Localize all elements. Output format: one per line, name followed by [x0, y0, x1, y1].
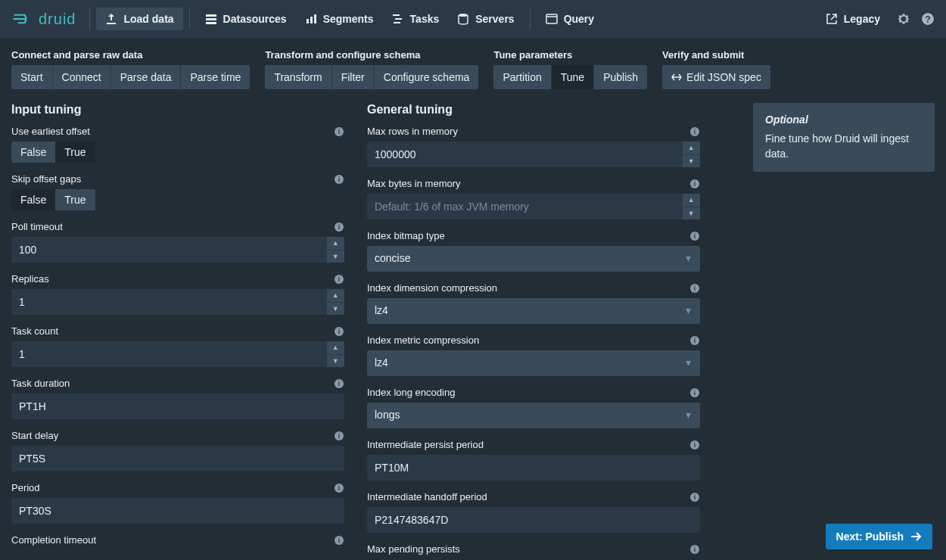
task-count-label: Task count [11, 325, 58, 337]
info-icon[interactable]: i [334, 274, 344, 285]
spinner-down[interactable]: ▼ [326, 303, 344, 316]
svg-text:i: i [338, 537, 341, 544]
spinner-up[interactable]: ▲ [682, 194, 700, 207]
max-pending-persists-label: Max pending persists [367, 543, 460, 555]
help-icon[interactable]: ? [921, 12, 935, 26]
tab-parse-data[interactable]: Parse data [110, 65, 181, 89]
spinner-up[interactable]: ▲ [326, 341, 344, 355]
general-tuning-title: General tuning [367, 103, 700, 117]
info-icon[interactable]: i [334, 174, 344, 185]
max-rows-in-memory-label: Max rows in memory [367, 126, 458, 137]
use-earliest-offset-true[interactable]: True [55, 142, 95, 163]
info-icon[interactable]: i [334, 483, 344, 493]
group-tune-label: Tune parameters [493, 49, 647, 61]
nav-datasources[interactable]: Datasources [196, 8, 296, 30]
multilayer-icon [205, 13, 217, 25]
info-panel: Optional Fine tune how Druid will ingest… [753, 103, 935, 172]
index-dimension-compression-select[interactable]: lz4 [367, 298, 700, 324]
info-icon[interactable]: i [689, 283, 700, 294]
upload-icon [105, 13, 117, 25]
svg-rect-3 [206, 22, 216, 24]
intermediate-persist-period-label: Intermediate persist period [367, 439, 484, 450]
spinner-up[interactable]: ▲ [682, 142, 700, 155]
poll-timeout-label: Poll timeout [11, 221, 63, 232]
info-icon[interactable]: i [334, 431, 344, 441]
task-duration-label: Task duration [11, 378, 70, 389]
nav-segments[interactable]: Segments [296, 8, 383, 30]
tab-publish[interactable]: Publish [593, 65, 647, 89]
index-bitmap-type-select[interactable]: concise [367, 246, 700, 272]
nav-query[interactable]: Query [537, 8, 603, 30]
navbar: druid Load data Datasources Segments Tas… [0, 0, 946, 38]
gear-icon[interactable] [897, 12, 910, 26]
info-icon[interactable]: i [334, 535, 344, 546]
svg-text:i: i [338, 275, 341, 283]
skip-offset-gaps-false[interactable]: False [11, 189, 55, 210]
spinner-up[interactable]: ▲ [326, 237, 344, 250]
spinner-down[interactable]: ▼ [682, 207, 700, 220]
max-rows-in-memory-input[interactable] [367, 142, 682, 167]
skip-offset-gaps-true[interactable]: True [55, 189, 95, 210]
arrow-right-icon [910, 530, 922, 543]
info-icon[interactable]: i [689, 126, 700, 137]
info-icon[interactable]: i [334, 222, 344, 232]
step-tabs: Connect and parse raw data Start Connect… [11, 49, 935, 89]
svg-text:i: i [694, 128, 696, 135]
general-tuning-column: General tuning Max rows in memory i ▲▼ M… [367, 103, 700, 560]
group-connect-label: Connect and parse raw data [11, 49, 250, 61]
nav-load-data[interactable]: Load data [96, 8, 182, 30]
spinner-down[interactable]: ▼ [682, 155, 700, 168]
task-count-input[interactable] [11, 341, 326, 367]
spinner-up[interactable]: ▲ [326, 289, 344, 303]
spinner-down[interactable]: ▼ [326, 355, 344, 368]
tab-connect[interactable]: Connect [52, 65, 110, 89]
info-icon[interactable]: i [689, 231, 700, 241]
svg-text:i: i [694, 441, 696, 449]
svg-rect-4 [307, 19, 309, 23]
tab-filter[interactable]: Filter [331, 65, 374, 89]
svg-text:i: i [694, 180, 696, 188]
nav-legacy[interactable]: Legacy [817, 8, 889, 30]
svg-text:i: i [338, 176, 341, 183]
application-icon [546, 13, 558, 25]
task-duration-input[interactable] [11, 394, 344, 419]
info-icon[interactable]: i [689, 544, 700, 555]
info-icon[interactable]: i [689, 492, 700, 502]
info-icon[interactable]: i [689, 335, 700, 346]
skip-offset-gaps-toggle: False True [11, 189, 95, 210]
period-input[interactable] [11, 498, 344, 524]
info-icon[interactable]: i [334, 326, 344, 337]
max-bytes-in-memory-input[interactable] [367, 194, 682, 219]
index-long-encoding-select[interactable]: longs [367, 403, 700, 428]
tab-partition[interactable]: Partition [493, 65, 550, 89]
stacked-chart-icon [305, 13, 317, 25]
tab-configure-schema[interactable]: Configure schema [374, 65, 479, 89]
svg-text:i: i [338, 484, 341, 492]
info-icon[interactable]: i [334, 378, 344, 389]
tab-start[interactable]: Start [11, 65, 52, 89]
info-icon[interactable]: i [689, 440, 700, 450]
info-icon[interactable]: i [689, 387, 700, 398]
start-delay-input[interactable] [11, 446, 344, 471]
poll-timeout-input[interactable] [11, 237, 326, 263]
skip-offset-gaps-label: Skip offset gaps [11, 173, 81, 185]
intermediate-handoff-period-input[interactable] [367, 507, 700, 533]
spinner-down[interactable]: ▼ [326, 250, 344, 263]
use-earliest-offset-toggle: False True [11, 142, 95, 163]
tab-edit-json-spec[interactable]: Edit JSON spec [662, 65, 770, 89]
use-earliest-offset-false[interactable]: False [11, 142, 55, 163]
tab-tune[interactable]: Tune [551, 65, 593, 89]
nav-separator [89, 8, 90, 30]
tab-parse-time[interactable]: Parse time [180, 65, 250, 89]
info-icon[interactable]: i [689, 179, 700, 189]
tab-transform[interactable]: Transform [265, 65, 331, 89]
next-publish-button[interactable]: Next: Publish [826, 524, 932, 549]
index-metric-compression-select[interactable]: lz4 [367, 350, 700, 376]
nav-tasks[interactable]: Tasks [383, 8, 449, 30]
nav-servers[interactable]: Servers [448, 8, 523, 30]
svg-rect-11 [546, 14, 557, 23]
replicas-input[interactable] [11, 289, 326, 315]
svg-text:i: i [694, 232, 696, 240]
intermediate-persist-period-input[interactable] [367, 455, 700, 481]
info-icon[interactable]: i [334, 126, 344, 137]
